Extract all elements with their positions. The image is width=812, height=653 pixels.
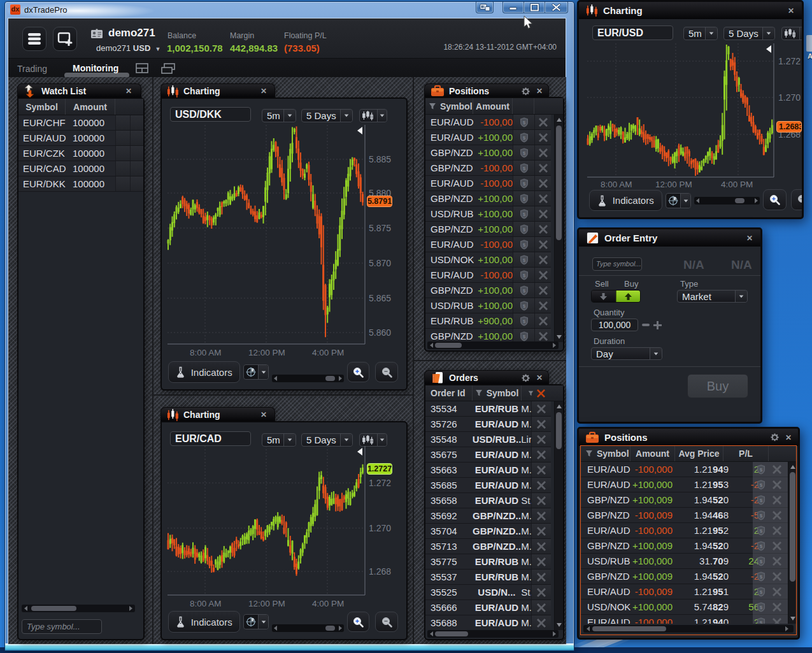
svg-text:$: $ bbox=[522, 272, 525, 278]
svg-text:$: $ bbox=[760, 498, 763, 503]
svg-text:$: $ bbox=[522, 211, 525, 217]
svg-text:$: $ bbox=[522, 287, 525, 293]
svg-text:$: $ bbox=[522, 196, 525, 201]
svg-text:$: $ bbox=[760, 574, 763, 580]
svg-text:$: $ bbox=[522, 226, 525, 232]
svg-text:$: $ bbox=[760, 620, 763, 624]
svg-text:$: $ bbox=[760, 589, 763, 595]
svg-text:$: $ bbox=[760, 543, 763, 549]
svg-text:$: $ bbox=[760, 528, 763, 534]
svg-text:$: $ bbox=[760, 482, 763, 488]
svg-text:$: $ bbox=[760, 467, 763, 473]
svg-text:$: $ bbox=[522, 257, 525, 262]
svg-text:$: $ bbox=[522, 180, 525, 186]
svg-text:$: $ bbox=[760, 559, 763, 564]
svg-text:$: $ bbox=[522, 165, 525, 171]
svg-text:$: $ bbox=[522, 150, 525, 155]
svg-text:$: $ bbox=[522, 119, 525, 125]
svg-text:$: $ bbox=[522, 134, 525, 140]
svg-text:$: $ bbox=[760, 605, 763, 610]
svg-text:$: $ bbox=[522, 318, 525, 324]
svg-text:$: $ bbox=[760, 513, 763, 519]
svg-text:$: $ bbox=[522, 333, 525, 339]
svg-text:$: $ bbox=[522, 241, 525, 247]
svg-text:$: $ bbox=[522, 303, 525, 308]
